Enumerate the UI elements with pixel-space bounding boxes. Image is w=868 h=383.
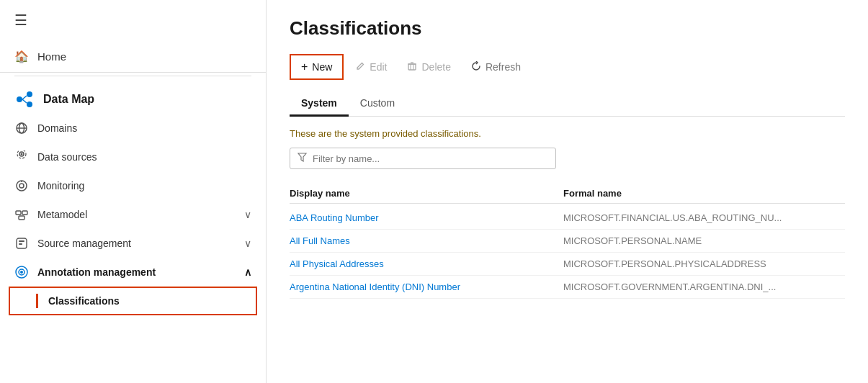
hamburger-button[interactable]: ☰ — [0, 0, 266, 40]
sidebar-datamap-label: Data Map — [43, 93, 94, 106]
svg-point-12 — [19, 184, 24, 188]
row-formal-name: MICROSOFT.PERSONAL.NAME — [563, 235, 845, 246]
svg-rect-18 — [19, 240, 24, 242]
sidebar: ☰ 🏠 Home Data Map Domains Data sources M — [0, 0, 267, 383]
svg-point-2 — [27, 102, 32, 107]
sidebar-item-label: Domains — [37, 122, 77, 134]
filter-input[interactable] — [313, 153, 548, 164]
annotation-management-section: Annotation management ∧ Classifications — [0, 258, 266, 315]
tab-custom[interactable]: Custom — [349, 91, 406, 117]
table-row: Argentina National Identity (DNI) Number… — [290, 276, 845, 299]
row-formal-name: MICROSOFT.GOVERNMENT.ARGENTINA.DNI_... — [563, 281, 845, 292]
row-formal-name: MICROSOFT.PERSONAL.PHYSICALADDRESS — [563, 258, 845, 269]
sidebar-item-home[interactable]: 🏠 Home — [0, 40, 266, 73]
plus-icon: + — [301, 60, 308, 73]
home-icon: 🏠 — [14, 49, 29, 63]
sidebar-item-label: Metamodel — [37, 209, 87, 220]
row-formal-name: MICROSOFT.FINANCIAL.US.ABA_ROUTING_NU... — [563, 212, 845, 223]
source-management-chevron-icon: ∨ — [244, 238, 251, 249]
sidebar-item-label: Source management — [37, 238, 131, 249]
delete-button[interactable]: Delete — [398, 56, 459, 78]
sidebar-divider-1 — [14, 76, 251, 76]
svg-point-22 — [20, 271, 23, 274]
table-row: All Full Names MICROSOFT.PERSONAL.NAME — [290, 230, 845, 253]
svg-line-3 — [22, 96, 27, 99]
col-header-formal: Formal name — [563, 188, 845, 199]
page-title: Classifications — [290, 17, 845, 40]
sidebar-item-metamodel[interactable]: Metamodel ∨ — [0, 200, 266, 229]
svg-point-10 — [21, 153, 23, 156]
main-content: Classifications + New Edit Delete Refres… — [267, 0, 868, 383]
sidebar-section-datamap: Data Map — [0, 79, 266, 114]
tab-system-label: System — [301, 97, 337, 109]
classifications-label: Classifications — [48, 295, 120, 307]
active-indicator — [36, 294, 38, 308]
refresh-button[interactable]: Refresh — [462, 56, 529, 78]
edit-button-label: Edit — [370, 61, 387, 73]
svg-point-11 — [17, 181, 27, 191]
refresh-button-label: Refresh — [486, 61, 521, 73]
svg-rect-19 — [19, 243, 22, 245]
svg-line-4 — [22, 99, 27, 103]
sidebar-home-label: Home — [37, 50, 66, 63]
svg-rect-15 — [22, 211, 27, 215]
hamburger-icon: ☰ — [14, 12, 27, 28]
sidebar-item-data-sources[interactable]: Data sources — [0, 143, 266, 171]
sidebar-item-label: Monitoring — [37, 180, 84, 192]
datamap-icon — [14, 89, 35, 109]
filter-input-wrap[interactable] — [290, 148, 556, 169]
monitoring-icon — [14, 179, 29, 193]
edit-icon — [355, 61, 365, 73]
row-display-name[interactable]: ABA Routing Number — [290, 212, 563, 223]
tab-system[interactable]: System — [290, 91, 349, 117]
sidebar-item-label: Data sources — [37, 151, 97, 163]
refresh-icon — [471, 61, 481, 73]
description-text: These are the system provided classifica… — [290, 128, 845, 139]
annotation-chevron-icon: ∧ — [244, 266, 251, 278]
svg-rect-16 — [19, 216, 24, 220]
sidebar-item-source-management[interactable]: Source management ∨ — [0, 229, 266, 258]
tab-bar: System Custom — [290, 91, 845, 117]
svg-point-0 — [17, 96, 22, 102]
new-button-label: New — [312, 61, 332, 73]
tab-custom-label: Custom — [360, 97, 395, 109]
svg-point-1 — [27, 91, 32, 97]
row-display-name[interactable]: Argentina National Identity (DNI) Number — [290, 281, 563, 292]
col-header-display: Display name — [290, 188, 563, 199]
sidebar-item-domains[interactable]: Domains — [0, 114, 266, 143]
row-display-name[interactable]: All Full Names — [290, 235, 563, 246]
toolbar: + New Edit Delete Refresh — [290, 54, 845, 80]
svg-rect-14 — [16, 211, 21, 215]
delete-icon — [407, 61, 417, 73]
domains-icon — [14, 121, 29, 135]
delete-button-label: Delete — [421, 61, 450, 73]
metamodel-chevron-icon: ∨ — [244, 209, 251, 220]
filter-icon — [297, 153, 307, 164]
metamodel-icon — [14, 207, 29, 222]
sidebar-item-classifications[interactable]: Classifications — [9, 287, 257, 315]
annotation-management-label: Annotation management — [37, 266, 156, 278]
row-display-name[interactable]: All Physical Addresses — [290, 258, 563, 269]
new-button[interactable]: + New — [290, 54, 344, 80]
sidebar-item-monitoring[interactable]: Monitoring — [0, 171, 266, 200]
table-row: All Physical Addresses MICROSOFT.PERSONA… — [290, 253, 845, 276]
svg-marker-28 — [298, 153, 306, 161]
data-sources-icon — [14, 150, 29, 164]
table-header: Display name Formal name — [290, 184, 845, 204]
table-body: ABA Routing Number MICROSOFT.FINANCIAL.U… — [290, 207, 845, 299]
table-row: ABA Routing Number MICROSOFT.FINANCIAL.U… — [290, 207, 845, 230]
annotation-management-header[interactable]: Annotation management ∧ — [0, 258, 266, 287]
source-management-icon — [14, 236, 29, 251]
edit-button[interactable]: Edit — [346, 56, 395, 78]
svg-rect-23 — [408, 64, 416, 70]
annotation-icon — [14, 265, 29, 279]
